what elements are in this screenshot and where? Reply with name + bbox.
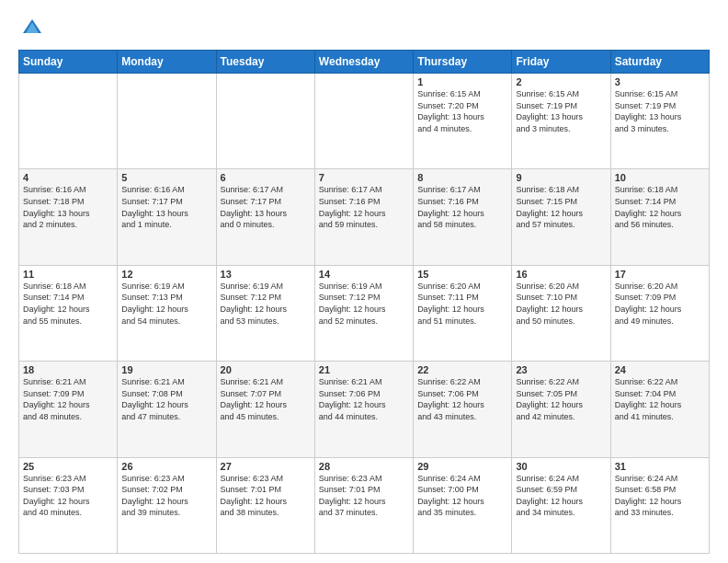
day-info: Sunrise: 6:19 AM Sunset: 7:13 PM Dayligh… (121, 281, 211, 327)
day-info: Sunrise: 6:21 AM Sunset: 7:09 PM Dayligh… (23, 376, 113, 422)
calendar-cell: 23Sunrise: 6:22 AM Sunset: 7:05 PM Dayli… (512, 362, 610, 457)
day-number: 25 (23, 461, 113, 472)
calendar-cell (216, 74, 314, 169)
day-number: 15 (417, 269, 507, 280)
calendar-cell: 2Sunrise: 6:15 AM Sunset: 7:19 PM Daylig… (512, 74, 610, 169)
day-number: 20 (221, 364, 311, 375)
day-number: 22 (417, 364, 507, 375)
day-number: 27 (221, 461, 311, 472)
calendar-cell: 20Sunrise: 6:21 AM Sunset: 7:07 PM Dayli… (216, 362, 314, 457)
day-info: Sunrise: 6:17 AM Sunset: 7:17 PM Dayligh… (221, 184, 311, 230)
day-info: Sunrise: 6:20 AM Sunset: 7:11 PM Dayligh… (417, 281, 507, 327)
day-number: 6 (221, 172, 311, 183)
calendar-cell: 1Sunrise: 6:15 AM Sunset: 7:20 PM Daylig… (414, 74, 512, 169)
day-number: 16 (516, 269, 606, 280)
logo-icon (18, 15, 46, 42)
weekday-header: Sunday (19, 51, 118, 74)
calendar-cell: 21Sunrise: 6:21 AM Sunset: 7:06 PM Dayli… (314, 362, 413, 457)
day-info: Sunrise: 6:23 AM Sunset: 7:03 PM Dayligh… (23, 473, 113, 519)
day-number: 9 (516, 172, 606, 183)
day-info: Sunrise: 6:24 AM Sunset: 7:00 PM Dayligh… (417, 473, 507, 519)
day-info: Sunrise: 6:15 AM Sunset: 7:19 PM Dayligh… (615, 88, 705, 134)
page: SundayMondayTuesdayWednesdayThursdayFrid… (0, 0, 728, 563)
day-number: 21 (319, 364, 409, 375)
calendar-cell (118, 74, 216, 169)
day-info: Sunrise: 6:20 AM Sunset: 7:10 PM Dayligh… (516, 281, 606, 327)
day-number: 18 (23, 364, 113, 375)
day-number: 13 (221, 269, 311, 280)
day-info: Sunrise: 6:16 AM Sunset: 7:17 PM Dayligh… (121, 184, 211, 230)
day-number: 12 (121, 269, 211, 280)
day-info: Sunrise: 6:15 AM Sunset: 7:19 PM Dayligh… (516, 88, 606, 134)
calendar-table: SundayMondayTuesdayWednesdayThursdayFrid… (18, 50, 710, 554)
day-info: Sunrise: 6:24 AM Sunset: 6:58 PM Dayligh… (615, 473, 705, 519)
weekday-header: Wednesday (314, 51, 413, 74)
day-info: Sunrise: 6:18 AM Sunset: 7:14 PM Dayligh… (615, 184, 705, 230)
day-number: 29 (417, 461, 507, 472)
calendar-cell: 29Sunrise: 6:24 AM Sunset: 7:00 PM Dayli… (414, 457, 512, 553)
calendar-week-row: 11Sunrise: 6:18 AM Sunset: 7:14 PM Dayli… (19, 265, 710, 361)
day-info: Sunrise: 6:15 AM Sunset: 7:20 PM Dayligh… (417, 88, 507, 134)
day-info: Sunrise: 6:23 AM Sunset: 7:01 PM Dayligh… (221, 473, 311, 519)
calendar-cell: 31Sunrise: 6:24 AM Sunset: 6:58 PM Dayli… (610, 457, 709, 553)
day-number: 7 (319, 172, 409, 183)
calendar-cell: 4Sunrise: 6:16 AM Sunset: 7:18 PM Daylig… (19, 169, 118, 265)
weekday-header: Thursday (414, 51, 512, 74)
day-info: Sunrise: 6:19 AM Sunset: 7:12 PM Dayligh… (221, 281, 311, 327)
day-number: 26 (121, 461, 211, 472)
day-number: 8 (417, 172, 507, 183)
day-info: Sunrise: 6:21 AM Sunset: 7:08 PM Dayligh… (121, 376, 211, 422)
weekday-header: Monday (118, 51, 216, 74)
day-number: 1 (417, 76, 507, 87)
day-number: 3 (615, 76, 705, 87)
day-number: 14 (319, 269, 409, 280)
calendar-cell (314, 74, 413, 169)
calendar-cell: 9Sunrise: 6:18 AM Sunset: 7:15 PM Daylig… (512, 169, 610, 265)
day-number: 19 (121, 364, 211, 375)
calendar-week-row: 4Sunrise: 6:16 AM Sunset: 7:18 PM Daylig… (19, 169, 710, 265)
day-number: 23 (516, 364, 606, 375)
day-info: Sunrise: 6:19 AM Sunset: 7:12 PM Dayligh… (319, 281, 409, 327)
day-info: Sunrise: 6:23 AM Sunset: 7:01 PM Dayligh… (319, 473, 409, 519)
calendar-cell: 22Sunrise: 6:22 AM Sunset: 7:06 PM Dayli… (414, 362, 512, 457)
calendar-cell: 18Sunrise: 6:21 AM Sunset: 7:09 PM Dayli… (19, 362, 118, 457)
day-info: Sunrise: 6:22 AM Sunset: 7:06 PM Dayligh… (417, 376, 507, 422)
weekday-header: Saturday (610, 51, 709, 74)
day-info: Sunrise: 6:22 AM Sunset: 7:05 PM Dayligh… (516, 376, 606, 422)
calendar-header-row: SundayMondayTuesdayWednesdayThursdayFrid… (19, 51, 710, 74)
calendar-cell: 12Sunrise: 6:19 AM Sunset: 7:13 PM Dayli… (118, 265, 216, 361)
day-number: 5 (121, 172, 211, 183)
calendar-cell: 6Sunrise: 6:17 AM Sunset: 7:17 PM Daylig… (216, 169, 314, 265)
calendar-cell: 3Sunrise: 6:15 AM Sunset: 7:19 PM Daylig… (610, 74, 709, 169)
day-info: Sunrise: 6:21 AM Sunset: 7:06 PM Dayligh… (319, 376, 409, 422)
calendar-cell: 10Sunrise: 6:18 AM Sunset: 7:14 PM Dayli… (610, 169, 709, 265)
day-number: 30 (516, 461, 606, 472)
header (18, 15, 710, 42)
day-number: 10 (615, 172, 705, 183)
day-info: Sunrise: 6:21 AM Sunset: 7:07 PM Dayligh… (221, 376, 311, 422)
day-number: 31 (615, 461, 705, 472)
calendar-cell: 26Sunrise: 6:23 AM Sunset: 7:02 PM Dayli… (118, 457, 216, 553)
day-number: 2 (516, 76, 606, 87)
day-info: Sunrise: 6:23 AM Sunset: 7:02 PM Dayligh… (121, 473, 211, 519)
calendar-cell: 25Sunrise: 6:23 AM Sunset: 7:03 PM Dayli… (19, 457, 118, 553)
day-number: 17 (615, 269, 705, 280)
calendar-cell: 15Sunrise: 6:20 AM Sunset: 7:11 PM Dayli… (414, 265, 512, 361)
weekday-header: Tuesday (216, 51, 314, 74)
calendar-week-row: 25Sunrise: 6:23 AM Sunset: 7:03 PM Dayli… (19, 457, 710, 553)
day-info: Sunrise: 6:18 AM Sunset: 7:14 PM Dayligh… (23, 281, 113, 327)
day-info: Sunrise: 6:17 AM Sunset: 7:16 PM Dayligh… (417, 184, 507, 230)
day-number: 11 (23, 269, 113, 280)
day-info: Sunrise: 6:16 AM Sunset: 7:18 PM Dayligh… (23, 184, 113, 230)
calendar-cell: 17Sunrise: 6:20 AM Sunset: 7:09 PM Dayli… (610, 265, 709, 361)
logo (18, 15, 50, 42)
calendar-cell: 11Sunrise: 6:18 AM Sunset: 7:14 PM Dayli… (19, 265, 118, 361)
calendar-cell: 19Sunrise: 6:21 AM Sunset: 7:08 PM Dayli… (118, 362, 216, 457)
weekday-header: Friday (512, 51, 610, 74)
calendar-cell: 13Sunrise: 6:19 AM Sunset: 7:12 PM Dayli… (216, 265, 314, 361)
calendar-cell: 8Sunrise: 6:17 AM Sunset: 7:16 PM Daylig… (414, 169, 512, 265)
calendar-cell: 5Sunrise: 6:16 AM Sunset: 7:17 PM Daylig… (118, 169, 216, 265)
calendar-cell: 24Sunrise: 6:22 AM Sunset: 7:04 PM Dayli… (610, 362, 709, 457)
calendar-week-row: 1Sunrise: 6:15 AM Sunset: 7:20 PM Daylig… (19, 74, 710, 169)
day-info: Sunrise: 6:22 AM Sunset: 7:04 PM Dayligh… (615, 376, 705, 422)
